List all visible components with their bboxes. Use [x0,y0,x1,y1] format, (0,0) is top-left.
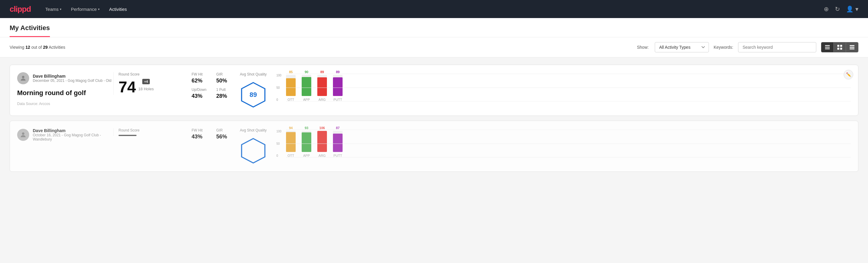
avatar-2 [17,129,29,141]
refresh-icon[interactable]: ↻ [835,5,840,12]
performance-chevron-icon: ▾ [98,7,99,11]
avatar-2-icon [20,131,27,139]
bar-arg-wrap [317,75,327,96]
stats2-grid: FW Hit 43% GIR 56% [192,128,234,140]
chart-area: 100 50 0 85 [276,74,851,107]
bar2-putt: 87 PUTT [333,126,343,157]
y2-label-100: 100 [276,130,281,133]
y-label-50: 50 [276,86,281,89]
teams-chevron-icon: ▾ [60,7,61,11]
add-icon[interactable]: ⊕ [824,5,829,12]
gir2-value: 56% [216,134,234,140]
grid-view-button[interactable] [834,42,846,52]
fw-hit2-value: 43% [192,134,209,140]
list-wide-view-button[interactable] [846,42,858,52]
svg-rect-0 [825,45,830,46]
one-putt-label: 1 Putt [216,88,234,92]
user-avatar-icon[interactable]: 👤 ▾ [846,5,858,12]
gir-value: 50% [216,78,234,84]
hexagon2-svg [240,137,267,164]
avg-shot-quality2-label: Avg Shot Quality [240,128,267,133]
activity-card-2: Dave Billingham October 16, 2021 - Gog M… [10,121,858,172]
view-toggle [821,42,858,52]
gir-stat: GIR 50% [216,72,234,84]
bar2-ott-fill [286,132,296,152]
gir2-label: GIR [216,128,234,133]
quality-score: 89 [250,91,257,99]
bar2-ott-value: 94 [289,126,292,130]
bar2-putt-fill [333,134,343,152]
bar-putt-fill [333,77,343,96]
svg-point-12 [22,133,24,135]
bars-container: 85 OTT 90 APP [286,74,851,101]
bar2-arg-fill [317,131,327,152]
bar-app-fill [302,77,311,96]
bar2-ott: 94 OTT [286,126,296,157]
svg-rect-8 [850,47,855,48]
bar-arg-fill [317,77,327,96]
bar2-app-wrap [302,131,311,152]
nav-activities[interactable]: Activities [109,5,127,13]
bar-app-label: APP [303,98,310,101]
y2-label-0: 0 [276,154,281,157]
up-down-label: Up/Down [192,88,209,92]
user2-date: October 16, 2021 - Gog Magog Golf Club -… [33,133,114,141]
gir-label: GIR [216,72,234,77]
bar2-arg-label: ARG [318,154,326,157]
bar-app-value: 90 [305,70,308,74]
viewing-total: 29 [43,45,48,50]
bar-ott-wrap [286,75,296,96]
avatar-icon [20,75,27,82]
list-dense-view-button[interactable] [822,42,834,52]
search-input[interactable] [738,42,816,52]
y-axis-2: 100 50 0 [276,130,281,163]
bar-ott-value: 85 [289,70,292,74]
score-section: Round Score 74 +4 18 Holes [114,72,186,95]
stats-section: FW Hit 62% GIR 50% Up/Down 43% 1 Putt 28… [186,72,234,99]
bar2-putt-wrap [333,131,343,152]
svg-point-10 [22,76,24,78]
y-axis: 100 50 0 [276,74,281,107]
user-info: Dave Billingham December 05, 2021 - Gog … [17,72,114,84]
grid-icon [837,45,842,50]
bar2-arg-wrap [317,131,327,152]
score-main: 74 +4 18 Holes [119,79,186,95]
sub-header: My Activities [0,18,868,37]
user-date: December 05, 2021 - Gog Magog Golf Club … [33,79,111,83]
avg-shot-quality-label: Avg Shot Quality [240,72,267,77]
bar-putt: 89 PUTT [333,70,343,101]
bar2-ott-label: OTT [287,154,294,157]
filter-bar: Viewing 12 out of 29 Activities Show: Al… [0,37,868,57]
stats-grid: FW Hit 62% GIR 50% Up/Down 43% 1 Putt 28… [192,72,234,99]
svg-rect-2 [825,49,830,49]
bar-ott: 85 OTT [286,70,296,101]
activity-card: ✏️ Dave Billingham December 05, 2021 - G… [10,65,858,116]
bar-arg: 89 ARG [317,70,327,101]
user2-name: Dave Billingham [33,128,114,133]
score-holes: 18 Holes [138,87,154,91]
svg-rect-1 [825,47,830,48]
page-title: My Activities [10,18,50,37]
bar-putt-value: 89 [336,70,340,74]
round-score2-label: Round Score [119,128,186,133]
svg-rect-6 [840,48,842,50]
user-name: Dave Billingham [33,74,111,79]
bar2-app-label: APP [303,154,310,157]
bar-ott-fill [286,78,296,96]
up-down-value: 43% [192,93,209,99]
fw-hit-value: 62% [192,78,209,84]
chart2-area: 100 50 0 94 [276,130,851,163]
bar-app-wrap [302,75,311,96]
y2-label-50: 50 [276,142,281,145]
stats2-section: FW Hit 43% GIR 56% [186,128,234,140]
nav-performance[interactable]: Performance ▾ [71,5,99,13]
score-number: 74 [119,79,136,95]
bar-app: 90 APP [302,70,311,101]
user2-details: Dave Billingham October 16, 2021 - Gog M… [33,128,114,141]
quality-hexagon: 89 [240,81,267,108]
fw-hit-stat: FW Hit 62% [192,72,209,84]
activity-type-dropdown[interactable]: All Activity Types [655,42,709,52]
nav-teams[interactable]: Teams ▾ [45,5,61,13]
nav-right-actions: ⊕ ↻ 👤 ▾ [824,5,858,12]
y-label-0: 0 [276,98,281,101]
